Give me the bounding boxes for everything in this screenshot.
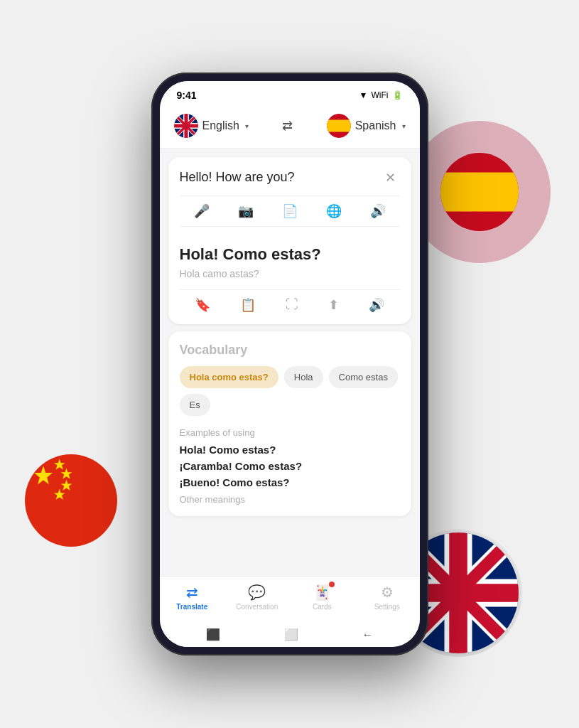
status-time: 9:41 <box>177 90 197 101</box>
nav-translate[interactable]: ⇄ Translate <box>160 584 225 611</box>
main-content: Hello! How are you? ✕ 🎤 📷 📄 🌐 🔊 Hola! Co… <box>160 149 420 576</box>
recent-apps-button[interactable]: ⬛ <box>206 628 220 641</box>
language-selector-bar: English ▾ ⇄ Spanish ▾ <box>160 107 420 149</box>
source-chevron-icon: ▾ <box>245 122 249 130</box>
expand-button[interactable]: ⛶ <box>286 297 298 313</box>
bookmark-button[interactable]: 🔖 <box>195 297 210 313</box>
svg-rect-1 <box>440 173 519 212</box>
clear-input-button[interactable]: ✕ <box>381 168 400 187</box>
globe-button[interactable]: 🌐 <box>326 203 342 219</box>
status-icons: ▼ WiFi 🔋 <box>359 90 403 100</box>
target-language-label: Spanish <box>355 119 396 132</box>
vocabulary-chips: Hola como estas? Hola Como estas Es <box>180 366 400 416</box>
nav-cards[interactable]: 🃏 Cards <box>290 584 355 611</box>
source-language-label: English <box>202 119 239 132</box>
nav-settings[interactable]: ⚙ Settings <box>355 584 420 611</box>
other-meanings-label: Other meanings <box>180 494 400 505</box>
settings-nav-icon: ⚙ <box>381 584 394 601</box>
source-language-selector[interactable]: English ▾ <box>174 114 249 138</box>
examples-label: Examples of using <box>180 427 400 438</box>
home-button[interactable]: ⬜ <box>284 628 298 641</box>
target-chevron-icon: ▾ <box>402 122 406 130</box>
conversation-nav-label: Conversation <box>236 603 278 611</box>
phone-frame: 9:41 ▼ WiFi 🔋 <box>151 73 428 655</box>
phone-wrapper: 9:41 ▼ WiFi 🔋 <box>151 73 428 655</box>
translation-output-text: Hola! Como estas? <box>180 245 400 264</box>
vocab-chip-2[interactable]: Como estas <box>329 366 398 388</box>
nav-conversation[interactable]: 💬 Conversation <box>224 584 290 611</box>
microphone-button[interactable]: 🎤 <box>194 203 210 219</box>
vocab-chip-0[interactable]: Hola como estas? <box>180 366 278 388</box>
input-text[interactable]: Hello! How are you? <box>180 168 381 186</box>
vocab-chip-3[interactable]: Es <box>180 394 210 416</box>
conversation-nav-icon: 💬 <box>248 584 266 601</box>
signal-icon: ▼ <box>359 90 368 100</box>
romanization-text: Hola camo astas? <box>180 268 400 279</box>
settings-nav-label: Settings <box>374 603 400 611</box>
vocabulary-title: Vocabulary <box>180 343 400 358</box>
input-area: Hello! How are you? ✕ <box>180 168 400 187</box>
gesture-bar: ⬛ ⬜ ← <box>160 622 420 647</box>
wifi-icon: WiFi <box>372 90 389 100</box>
translate-nav-label: Translate <box>176 603 207 611</box>
example-item-0: Hola! Como estas? <box>180 444 400 456</box>
cards-nav-icon: 🃏 <box>313 584 331 600</box>
svg-rect-2 <box>25 454 117 547</box>
example-item-2: ¡Bueno! Como estas? <box>180 476 400 488</box>
cards-nav-label: Cards <box>313 603 332 611</box>
input-tools-bar: 🎤 📷 📄 🌐 🔊 <box>180 196 400 227</box>
share-button[interactable]: ⬆ <box>328 297 339 313</box>
vocab-chip-1[interactable]: Hola <box>284 366 323 388</box>
example-item-1: ¡Caramba! Como estas? <box>180 460 400 472</box>
cards-badge-dot <box>329 582 335 587</box>
speaker-output-button[interactable]: 🔊 <box>369 297 384 313</box>
status-bar: 9:41 ▼ WiFi 🔋 <box>160 81 420 107</box>
target-flag <box>327 114 351 138</box>
camera-button[interactable]: 📷 <box>238 203 254 219</box>
translation-card: Hello! How are you? ✕ 🎤 📷 📄 🌐 🔊 Hola! Co… <box>168 157 411 324</box>
output-tools-bar: 🔖 📋 ⛶ ⬆ 🔊 <box>180 289 400 313</box>
translate-nav-icon: ⇄ <box>186 584 198 601</box>
vocabulary-section: Vocabulary Hola como estas? Hola Como es… <box>168 331 411 516</box>
swap-languages-button[interactable]: ⇄ <box>282 118 293 134</box>
bottom-navigation: ⇄ Translate 💬 Conversation 🃏 Cards ⚙ <box>160 576 420 622</box>
copy-button[interactable]: 📋 <box>240 297 256 313</box>
cards-nav-badge: 🃏 <box>313 584 331 601</box>
china-flag-decoration <box>21 451 121 550</box>
spain-decoration <box>408 121 551 263</box>
battery-icon: 🔋 <box>392 90 403 100</box>
phone-screen: 9:41 ▼ WiFi 🔋 <box>160 81 420 647</box>
svg-rect-27 <box>327 120 351 132</box>
document-button[interactable]: 📄 <box>282 203 298 219</box>
speaker-input-button[interactable]: 🔊 <box>370 203 386 219</box>
target-language-selector[interactable]: Spanish ▾ <box>327 114 406 138</box>
source-flag <box>174 114 198 138</box>
back-button[interactable]: ← <box>362 628 374 641</box>
